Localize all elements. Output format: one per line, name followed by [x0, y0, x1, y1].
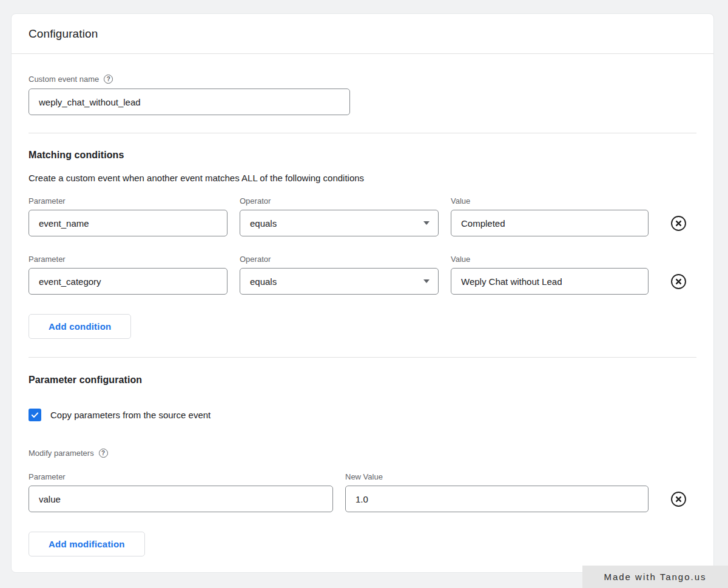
value-label: Value: [451, 254, 649, 264]
help-icon[interactable]: ?: [104, 75, 113, 84]
checkmark-icon: [30, 410, 39, 419]
operator-selected-value: equals: [250, 276, 277, 287]
card-header: Configuration: [12, 14, 713, 54]
copy-parameters-checkbox[interactable]: [29, 409, 41, 421]
circle-x-icon: [670, 215, 687, 232]
custom-event-section: Custom event name ?: [12, 74, 713, 115]
condition-operator-field: Operator equals: [240, 196, 439, 236]
condition-value-field: Value: [451, 196, 649, 236]
remove-cell: [661, 210, 696, 236]
condition-parameter-input[interactable]: [29, 210, 228, 236]
condition-operator-field: Operator equals: [240, 254, 439, 295]
condition-value-input[interactable]: [451, 210, 649, 236]
modification-new-value-field: New Value: [345, 472, 649, 512]
parameter-configuration-section: Parameter configuration Copy parameters …: [12, 375, 713, 556]
condition-parameter-input[interactable]: [29, 268, 228, 295]
modification-parameter-input[interactable]: [29, 486, 333, 512]
matching-conditions-section: Matching conditions Create a custom even…: [12, 150, 713, 339]
parameter-label: Parameter: [29, 254, 228, 264]
remove-cell: [661, 486, 696, 512]
condition-row: Parameter Operator equals Value: [29, 196, 696, 236]
remove-condition-button[interactable]: [670, 215, 687, 232]
configuration-card: Configuration Custom event name ? Matchi…: [11, 13, 714, 573]
value-label: Value: [451, 196, 649, 206]
parameter-label: Parameter: [29, 472, 333, 482]
copy-parameters-label: Copy parameters from the source event: [50, 410, 211, 420]
chevron-down-icon: [423, 279, 430, 283]
new-value-label: New Value: [345, 472, 649, 482]
divider: [29, 357, 696, 358]
matching-conditions-description: Create a custom event when another event…: [29, 173, 696, 183]
operator-selected-value: equals: [250, 218, 277, 229]
condition-row: Parameter Operator equals Value: [29, 254, 696, 295]
add-modification-button[interactable]: Add modification: [29, 532, 145, 556]
parameter-configuration-heading: Parameter configuration: [29, 375, 696, 386]
modify-parameters-label: Modify parameters ?: [29, 448, 696, 458]
tango-watermark: Made with Tango.us: [582, 566, 728, 588]
condition-parameter-field: Parameter: [29, 196, 228, 236]
copy-parameters-row: Copy parameters from the source event: [29, 409, 696, 421]
condition-value-field: Value: [451, 254, 649, 295]
modification-parameter-field: Parameter: [29, 472, 333, 512]
remove-modification-button[interactable]: [670, 490, 687, 507]
custom-event-name-label: Custom event name ?: [29, 74, 696, 84]
circle-x-icon: [670, 491, 687, 507]
custom-event-name-input[interactable]: [29, 89, 350, 115]
remove-condition-button[interactable]: [670, 273, 687, 290]
operator-label: Operator: [240, 196, 439, 206]
chevron-down-icon: [423, 221, 430, 225]
help-icon[interactable]: ?: [99, 449, 108, 458]
divider: [29, 133, 696, 133]
page-title: Configuration: [29, 27, 98, 41]
modification-row: Parameter New Value: [29, 472, 696, 512]
operator-label: Operator: [240, 254, 439, 264]
remove-cell: [661, 268, 696, 295]
condition-operator-select[interactable]: equals: [240, 210, 439, 236]
tango-watermark-text: Made with Tango.us: [604, 572, 706, 582]
add-condition-button[interactable]: Add condition: [29, 314, 131, 339]
condition-value-input[interactable]: [451, 268, 649, 295]
condition-parameter-field: Parameter: [29, 254, 228, 295]
matching-conditions-heading: Matching conditions: [29, 150, 696, 161]
circle-x-icon: [670, 273, 687, 290]
parameter-label: Parameter: [29, 196, 228, 206]
modification-new-value-input[interactable]: [345, 486, 649, 512]
condition-operator-select[interactable]: equals: [240, 268, 439, 295]
